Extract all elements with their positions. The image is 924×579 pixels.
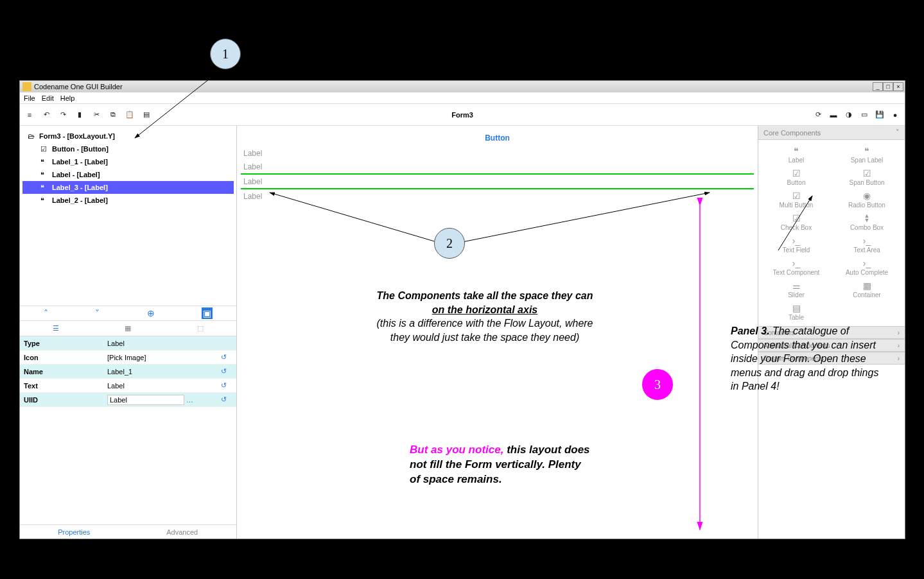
prop-view-grid-icon[interactable]: ▦ <box>92 321 164 336</box>
list-icon[interactable]: ▤ <box>142 110 151 119</box>
tab-advanced[interactable]: Advanced <box>128 525 237 539</box>
reset-icon[interactable]: ↺ <box>221 381 232 390</box>
prop-row-name[interactable]: Name Label_1 ↺ <box>20 365 236 379</box>
focus-node-icon[interactable]: ▣ <box>202 307 213 319</box>
delete-icon[interactable]: ▮ <box>75 110 84 119</box>
tree-item-label: Button - [Button] <box>52 145 109 153</box>
paste-icon[interactable]: 📋 <box>125 110 134 119</box>
canvas-label-4[interactable]: Label <box>241 189 754 203</box>
reset-icon[interactable]: ↺ <box>221 367 232 376</box>
reset-icon[interactable]: ↺ <box>221 353 232 361</box>
prop-value: … <box>107 395 221 405</box>
prop-value[interactable]: Label_1 <box>107 368 221 376</box>
label-icon: ❝ <box>40 158 49 166</box>
window-title: Codename One GUI Builder <box>34 83 123 91</box>
palette-table[interactable]: ▤Table <box>761 301 832 322</box>
tree-item-label3[interactable]: ❝ Label_3 - [Label] <box>22 181 234 194</box>
refresh-icon[interactable]: ⟳ <box>814 110 823 119</box>
palette-combobox[interactable]: ▲▼Combo Box <box>832 211 902 232</box>
maximize-button[interactable]: □ <box>883 82 893 91</box>
palette-item-label: Container <box>853 291 880 298</box>
tree-item-label: Label_3 - [Label] <box>52 184 108 191</box>
prop-key: Icon <box>24 354 107 361</box>
prop-value: Label <box>107 340 232 347</box>
hamburger-icon[interactable]: ≡ <box>25 110 34 119</box>
folder-icon: 🗁 <box>28 132 37 140</box>
prop-value[interactable]: Label <box>107 382 221 390</box>
menu-help[interactable]: Help <box>60 94 75 102</box>
tree-item-label1[interactable]: ❝ Label_1 - [Label] <box>22 155 234 168</box>
palette-spanbutton[interactable]: ☑Span Button <box>832 166 902 187</box>
redo-icon[interactable]: ↷ <box>58 110 67 119</box>
uiid-input[interactable] <box>107 395 184 405</box>
palette-textcomponent[interactable]: ›_Text Component <box>761 256 832 277</box>
close-button[interactable]: × <box>893 82 903 91</box>
save-icon[interactable]: 💾 <box>875 110 884 119</box>
property-bottom-tabs: Properties Advanced <box>20 524 236 539</box>
collapse-up-icon[interactable]: ˄ <box>44 308 48 318</box>
menu-file[interactable]: File <box>24 94 35 102</box>
prop-view-list-icon[interactable]: ☰ <box>20 321 92 336</box>
menu-edit[interactable]: Edit <box>42 94 54 102</box>
prop-row-text[interactable]: Text Label ↺ <box>20 379 236 393</box>
callout-number: 2 <box>446 236 453 251</box>
copy-icon[interactable]: ⧉ <box>109 110 118 119</box>
property-view-tabs: ☰ ▦ ⬚ <box>20 321 236 336</box>
canvas-label-2[interactable]: Label <box>241 160 754 173</box>
chevron-right-icon: › <box>898 342 900 349</box>
palette-radio[interactable]: ◉Radio Button <box>832 189 902 210</box>
titlebar: Codename One GUI Builder _ □ × <box>20 81 905 92</box>
palette-item-label: Span Button <box>849 179 884 186</box>
palette-item-label: Multi Button <box>780 202 814 209</box>
prop-row-uiid[interactable]: UIID … ↺ <box>20 393 236 407</box>
tree-item-label: Label - [Label] <box>52 171 100 178</box>
canvas-label-3[interactable]: Label <box>241 175 754 188</box>
record-icon[interactable]: ◑ <box>844 110 853 119</box>
prop-value[interactable]: [Pick Image] <box>107 354 221 361</box>
cut-icon[interactable]: ✂ <box>92 110 101 119</box>
more-icon[interactable]: … <box>186 396 193 404</box>
palette-checkbox[interactable]: ☑Check Box <box>761 211 832 232</box>
palette-container[interactable]: ▦Container <box>832 279 902 300</box>
palette-multibutton[interactable]: ☑Multi Button <box>761 189 832 210</box>
callout-number: 1 <box>222 47 229 62</box>
reset-icon[interactable]: ↺ <box>221 395 232 404</box>
callout-3: 3 <box>642 369 673 400</box>
tab-properties[interactable]: Properties <box>20 525 128 539</box>
palette-label[interactable]: ❝Label <box>761 144 832 165</box>
tree-nav-buttons: ˄ ˅ ⊕ ▣ <box>20 306 236 321</box>
label-icon: ❝ <box>40 171 49 179</box>
canvas-button[interactable]: Button <box>241 130 754 146</box>
device-icon[interactable]: ▬ <box>829 110 838 119</box>
prop-row-icon[interactable]: Icon [Pick Image] ↺ <box>20 350 236 365</box>
palette-button[interactable]: ☑Button <box>761 166 832 187</box>
prop-view-style-icon[interactable]: ⬚ <box>164 321 236 336</box>
tree-root[interactable]: 🗁 Form3 - [BoxLayout.Y] <box>22 130 234 143</box>
image-icon[interactable]: ▭ <box>860 110 869 119</box>
textarea-icon: ›_ <box>860 235 873 246</box>
palette-slider[interactable]: ⚌Slider <box>761 279 832 300</box>
tree-item-button[interactable]: ☑ Button - [Button] <box>22 143 234 155</box>
palette-textarea[interactable]: ›_Text Area <box>832 234 902 255</box>
canvas-label-1[interactable]: Label <box>241 146 754 160</box>
palette-item-label: Auto Complete <box>846 269 888 276</box>
undo-icon[interactable]: ↶ <box>42 110 51 119</box>
property-table: Type Label Icon [Pick Image] ↺ Name Labe… <box>20 336 236 524</box>
spanbutton-icon: ☑ <box>860 168 873 179</box>
add-node-icon[interactable]: ⊕ <box>147 308 155 318</box>
minimize-button[interactable]: _ <box>873 82 883 91</box>
tree-item-label2[interactable]: ❝ Label_2 - [Label] <box>22 194 234 207</box>
palette-section-core[interactable]: Core Components ˅ <box>758 126 905 140</box>
palette-item-label: Text Area <box>853 246 880 254</box>
radio-icon: ◉ <box>860 190 873 202</box>
expand-down-icon[interactable]: ˅ <box>95 308 100 318</box>
tree-item-label[interactable]: ❝ Label - [Label] <box>22 168 234 181</box>
anno-line: this layout does <box>503 444 589 456</box>
palette-item-label: Text Component <box>773 269 820 276</box>
play-icon[interactable]: ● <box>891 110 900 119</box>
palette-spanlabel[interactable]: ❝Span Label <box>832 144 902 165</box>
palette-autocomplete[interactable]: ›_Auto Complete <box>832 256 902 277</box>
palette-item-label: Combo Box <box>850 224 884 231</box>
palette-textfield[interactable]: ›_Text Field <box>761 234 832 255</box>
annotation-text-vertical: But as you notice, this layout does not … <box>410 443 667 487</box>
